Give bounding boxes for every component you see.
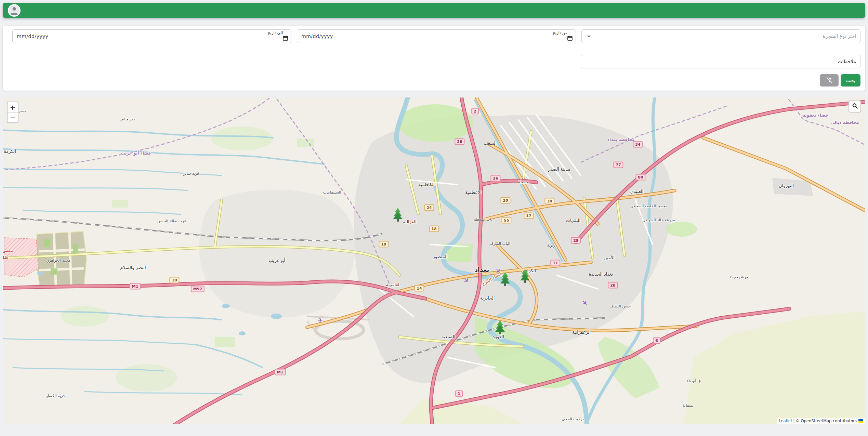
notes-input[interactable]: ملاحظات — [581, 55, 860, 68]
chevron-down-icon — [587, 36, 591, 38]
date-to-label: الى تاريخ — [267, 30, 283, 35]
map-zoom-control: + − — [7, 102, 18, 123]
zoom-out-button[interactable]: − — [8, 113, 18, 122]
map-tiles — [3, 97, 865, 424]
app-header — [3, 3, 865, 18]
search-button[interactable]: بحث — [841, 74, 860, 87]
filter-card: mm/dd/yyyy الى تاريخ mm/dd/yyyy من تاريخ — [3, 26, 865, 91]
date-from-value: mm/dd/yyyy — [301, 34, 333, 39]
ukraine-flag-icon — [858, 419, 863, 423]
calendar-icon[interactable] — [567, 36, 573, 41]
date-from-input[interactable]: mm/dd/yyyy من تاريخ — [297, 29, 576, 43]
leaflet-map[interactable]: بغدادالكاظميةالأعظميةالغزاليةالمنصورالعا… — [3, 97, 865, 424]
tree-marker[interactable] — [520, 269, 530, 285]
clear-filter-button[interactable] — [820, 74, 839, 87]
person-icon — [9, 5, 19, 16]
tree-marker[interactable] — [392, 208, 403, 223]
tree-marker[interactable] — [500, 272, 511, 288]
filter-row-1: mm/dd/yyyy الى تاريخ mm/dd/yyyy من تاريخ — [12, 29, 860, 43]
notes-label: ملاحظات — [838, 59, 856, 64]
tree-type-placeholder: اختر نوع الشجرة — [823, 34, 856, 39]
user-avatar-button[interactable] — [8, 4, 21, 17]
map-search-button[interactable] — [849, 101, 861, 113]
magnifier-icon — [852, 103, 858, 110]
calendar-icon[interactable] — [283, 36, 288, 41]
zoom-in-button[interactable]: + — [8, 102, 18, 113]
date-to-value: mm/dd/yyyy — [17, 34, 49, 39]
map-attribution: Leaflet | © OpenStreetMap contributors — [777, 418, 865, 424]
date-to-input[interactable]: mm/dd/yyyy الى تاريخ — [12, 29, 291, 43]
osm-attribution: © OpenStreetMap contributors — [795, 419, 857, 423]
tree-marker[interactable] — [495, 320, 505, 336]
leaflet-link[interactable]: Leaflet — [779, 419, 792, 423]
filter-row-3: بحث — [820, 74, 860, 87]
filter-row-2: ملاحظات — [581, 55, 860, 68]
filter-off-icon — [826, 76, 833, 85]
search-button-label: بحث — [846, 78, 855, 83]
tree-type-select[interactable]: اختر نوع الشجرة — [581, 29, 860, 43]
date-from-label: من تاريخ — [553, 30, 567, 35]
attribution-separator: | — [793, 419, 794, 423]
